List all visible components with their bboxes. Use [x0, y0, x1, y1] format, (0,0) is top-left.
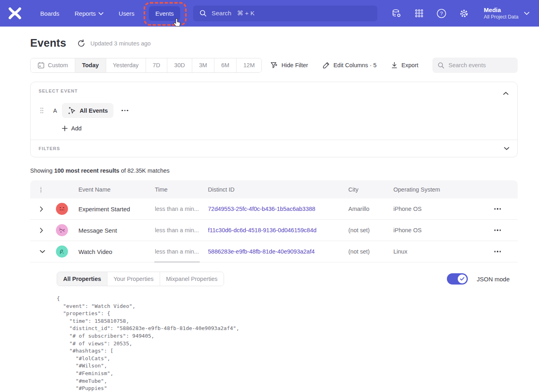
- table-row[interactable]: Message Sent less than a min... f11c30d6…: [30, 220, 518, 241]
- global-search-input[interactable]: Search ⌘ + K: [193, 6, 377, 21]
- column-header-time[interactable]: Time: [155, 186, 208, 193]
- hide-filter-button[interactable]: Hide Filter: [265, 58, 313, 72]
- nav-item-boards[interactable]: Boards: [35, 6, 64, 21]
- arrow-up-icon: ↑: [40, 190, 42, 193]
- event-avatar: [56, 224, 68, 236]
- select-event-label: SELECT EVENT: [39, 89, 78, 93]
- event-detail-panel: All Properties Your Properties Mixpanel …: [30, 262, 518, 392]
- expand-row-button[interactable]: [40, 226, 48, 234]
- cell-city: Amarillo: [348, 206, 393, 212]
- date-range-7d[interactable]: 7D: [146, 58, 168, 72]
- nav-item-reports[interactable]: Reports: [70, 6, 109, 21]
- cell-time: less than a min...: [155, 248, 208, 255]
- page-title: Events: [30, 37, 66, 50]
- refresh-icon[interactable]: [77, 39, 86, 48]
- results-count: 100 most recent results: [54, 167, 119, 174]
- chevron-down-icon: [504, 147, 509, 150]
- search-icon: [438, 62, 444, 69]
- search-shortcut: ⌘ + K: [237, 10, 255, 17]
- event-more-options-button[interactable]: [119, 107, 131, 114]
- project-name: Media: [484, 6, 518, 14]
- column-header-event-name[interactable]: Event Name: [78, 186, 155, 193]
- date-range-custom[interactable]: Custom: [31, 58, 75, 72]
- chevron-right-icon: [40, 228, 43, 233]
- column-header-distinct-id[interactable]: Distinct ID: [208, 186, 348, 193]
- edit-columns-button[interactable]: Edit Columns · 5: [317, 58, 382, 72]
- check-icon: [460, 277, 465, 281]
- row-more-options-button[interactable]: [492, 227, 504, 233]
- results-summary: Showing 100 most recent results of 82.35…: [30, 167, 518, 174]
- search-placeholder: Search: [212, 10, 231, 17]
- column-header-city[interactable]: City: [348, 186, 393, 193]
- event-selector-chip[interactable]: All Events: [62, 103, 113, 118]
- json-mode-label: JSON mode: [477, 276, 510, 283]
- cell-os: iPhone OS: [393, 227, 474, 233]
- date-range-today[interactable]: Today: [75, 58, 106, 72]
- project-subtitle: All Project Data: [484, 14, 518, 21]
- top-navbar: Boards Reports Users Events Search ⌘ + K: [0, 0, 539, 27]
- cell-distinct-id-link[interactable]: f11c30d6-dc6d-4518-9136-0d046159c84d: [208, 227, 348, 233]
- drag-handle[interactable]: [39, 107, 45, 113]
- table-horizontal-scrollbar[interactable]: [154, 261, 200, 263]
- cell-distinct-id-link[interactable]: 5886283e-e9fb-48fb-81de-40e9093a2af4: [208, 248, 348, 255]
- expand-row-button[interactable]: [40, 205, 48, 213]
- date-range-6m[interactable]: 6M: [214, 58, 237, 72]
- cell-distinct-id-link[interactable]: 72d49553-25fc-4f0c-b436-1b5ac6ab3388: [208, 206, 348, 212]
- add-event-button[interactable]: Add: [62, 125, 82, 132]
- cell-event-name: Experiment Started: [78, 206, 155, 213]
- table-row[interactable]: Experiment Started less than a min... 72…: [30, 198, 518, 220]
- project-switcher[interactable]: Media All Project Data: [484, 6, 529, 21]
- settings-gear-icon[interactable]: [459, 8, 469, 19]
- cell-event-name: Watch Video: [78, 248, 155, 255]
- events-table: ↓↑ Event Name Time Distinct ID City Oper…: [30, 180, 518, 392]
- tab-all-properties[interactable]: All Properties: [57, 272, 107, 286]
- plus-icon: [62, 126, 68, 131]
- event-avatar: [56, 203, 68, 215]
- chevron-up-icon: [503, 92, 508, 95]
- collapse-section-button[interactable]: [502, 89, 509, 97]
- event-chip-label: All Events: [80, 107, 108, 114]
- tab-your-properties[interactable]: Your Properties: [107, 272, 160, 286]
- calendar-icon: [37, 62, 45, 69]
- nav-item-users[interactable]: Users: [114, 6, 139, 21]
- date-range-30d[interactable]: 30D: [167, 58, 192, 72]
- cell-time: less than a min...: [155, 227, 208, 233]
- event-avatar: [56, 246, 68, 258]
- row-more-options-button[interactable]: [492, 206, 504, 212]
- data-management-icon[interactable]: [391, 8, 402, 19]
- filters-label: FILTERS: [39, 146, 60, 151]
- row-more-options-button[interactable]: [492, 248, 504, 255]
- table-row-expanded[interactable]: Watch Video less than a min... 5886283e-…: [30, 241, 518, 262]
- collapse-row-button[interactable]: [40, 248, 48, 256]
- date-range-yesterday[interactable]: Yesterday: [106, 58, 146, 72]
- table-header-row: ↓↑ Event Name Time Distinct ID City Oper…: [30, 180, 518, 198]
- filter-icon: [270, 62, 278, 69]
- filters-section-toggle[interactable]: FILTERS: [31, 140, 517, 157]
- column-header-operating-system[interactable]: Operating System: [393, 186, 474, 193]
- cell-city: (not set): [348, 227, 393, 233]
- mixpanel-logo-icon[interactable]: [8, 6, 22, 20]
- export-button[interactable]: Export: [386, 58, 424, 72]
- primary-nav: Boards Reports Users Events: [35, 6, 180, 21]
- event-json-viewer[interactable]: { "event": "Watch Video", "properties": …: [57, 295, 518, 392]
- sparkle-cursor-icon: [68, 106, 76, 115]
- search-events-input[interactable]: Search events: [432, 58, 518, 73]
- svg-text:?: ?: [440, 11, 443, 17]
- collapse-all-rows-button[interactable]: ↓↑: [40, 186, 56, 193]
- date-range-12m[interactable]: 12M: [237, 58, 261, 72]
- help-icon[interactable]: ?: [436, 8, 447, 19]
- properties-tabs: All Properties Your Properties Mixpanel …: [57, 272, 224, 286]
- apps-grid-icon[interactable]: [414, 8, 424, 19]
- json-mode-toggle[interactable]: [447, 273, 468, 285]
- event-row-letter: A: [52, 107, 58, 114]
- tab-mixpanel-properties[interactable]: Mixpanel Properties: [160, 272, 224, 286]
- date-range-picker: Custom Today Yesterday 7D 30D 3M 6M 12M: [30, 58, 262, 73]
- query-builder-card: SELECT EVENT A All Events: [30, 82, 518, 157]
- chevron-right-icon: [40, 206, 43, 212]
- date-range-3m[interactable]: 3M: [192, 58, 214, 72]
- cell-event-name: Message Sent: [78, 227, 155, 234]
- download-icon: [391, 62, 398, 69]
- search-icon: [200, 10, 207, 17]
- chevron-down-icon: [99, 12, 103, 15]
- cursor-hand-icon: [173, 18, 182, 27]
